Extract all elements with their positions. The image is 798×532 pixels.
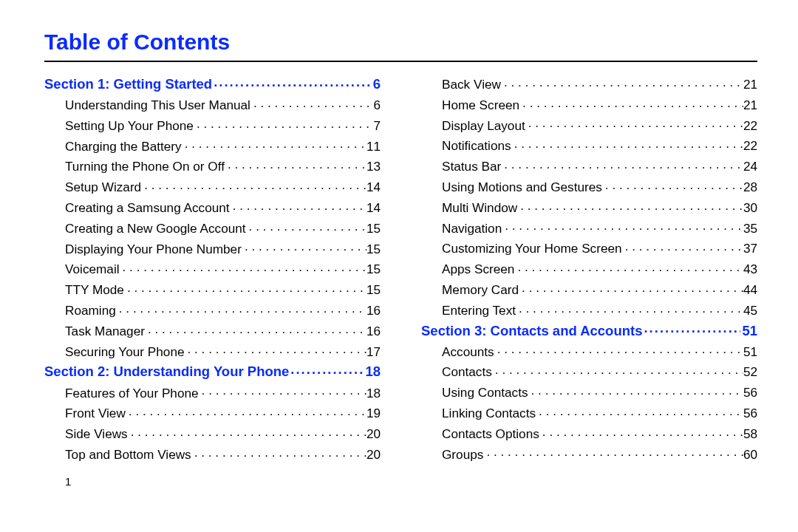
section-label: Section 2: Understanding Your Phone [44, 365, 289, 379]
leader-dots [245, 242, 366, 253]
toc-entry[interactable]: Top and Bottom Views 20 [44, 447, 381, 461]
page-title: Table of Contents [44, 30, 757, 55]
page-number: 21 [743, 78, 757, 91]
toc-column-left: Section 1: Getting Started 6Understandin… [44, 77, 381, 468]
page-number: 15 [366, 222, 381, 235]
toc-entry[interactable]: Setup Wizard 14 [44, 180, 381, 194]
toc-entry[interactable]: Securing Your Phone 17 [44, 344, 381, 358]
page-number: 24 [743, 160, 757, 173]
entry-label: Top and Bottom Views [65, 449, 191, 461]
toc-columns: Section 1: Getting Started 6Understandin… [44, 77, 757, 468]
entry-label: Charging the Battery [65, 140, 182, 153]
entry-label: Display Layout [442, 120, 525, 132]
leader-dots [514, 138, 743, 150]
leader-dots [522, 282, 743, 294]
page-number: 44 [743, 284, 757, 296]
leader-dots [188, 344, 366, 356]
toc-entry[interactable]: Using Contacts 56 [421, 385, 757, 399]
toc-entry[interactable]: Creating a Samsung Account 14 [44, 200, 381, 214]
entry-label: Navigation [442, 222, 502, 235]
toc-entry[interactable]: Groups 60 [421, 447, 757, 461]
leader-dots [497, 344, 743, 356]
toc-entry[interactable]: Creating a New Google Account 15 [44, 221, 381, 235]
entry-label: Turning the Phone On or Off [65, 160, 225, 173]
toc-section-heading[interactable]: Section 1: Getting Started 6 [44, 77, 381, 92]
leader-dots [185, 139, 366, 151]
entry-label: Features of Your Phone [65, 387, 199, 400]
toc-entry[interactable]: Voicemail 15 [44, 262, 381, 276]
entry-label: Groups [442, 449, 483, 461]
page-number: 22 [743, 140, 757, 152]
footer-page-number: 1 [65, 475, 757, 488]
page-number: 7 [373, 120, 381, 132]
toc-entry[interactable]: Apps Screen 43 [421, 262, 757, 276]
toc-entry[interactable]: Entering Text 45 [421, 303, 757, 317]
page-number: 35 [743, 222, 757, 235]
leader-dots [522, 98, 743, 109]
page-number: 11 [366, 140, 381, 153]
leader-dots [528, 118, 743, 130]
toc-entry[interactable]: Setting Up Your Phone 7 [44, 118, 381, 132]
toc-entry[interactable]: Linking Contacts 56 [421, 406, 757, 420]
toc-entry[interactable]: Roaming 16 [44, 303, 381, 317]
toc-entry[interactable]: Using Motions and Gestures 28 [421, 180, 757, 194]
entry-label: Contacts [442, 366, 492, 378]
toc-entry[interactable]: Multi Window 30 [421, 200, 757, 214]
entry-label: Front View [65, 407, 126, 420]
toc-entry[interactable]: Turning the Phone On or Off 13 [44, 159, 381, 173]
leader-dots [486, 447, 743, 459]
page-number: 16 [366, 325, 381, 338]
entry-label: Status Bar [442, 160, 501, 173]
toc-section-heading[interactable]: Section 2: Understanding Your Phone 18 [44, 364, 381, 379]
leader-dots [194, 447, 366, 459]
leader-dots [517, 262, 743, 273]
entry-label: TTY Mode [65, 284, 124, 296]
toc-entry[interactable]: Display Layout 22 [421, 118, 757, 132]
page-number: 18 [366, 387, 381, 400]
toc-entry[interactable]: Memory Card 44 [421, 282, 757, 296]
leader-dots [539, 406, 743, 417]
toc-entry[interactable]: Charging the Battery 11 [44, 139, 381, 153]
leader-dots [214, 77, 372, 89]
toc-entry[interactable]: Navigation 35 [421, 221, 757, 235]
toc-entry[interactable]: Front View 19 [44, 406, 381, 420]
leader-dots [644, 324, 740, 335]
leader-dots [127, 282, 366, 294]
toc-entry[interactable]: Contacts Options 58 [421, 426, 757, 440]
toc-entry[interactable]: Notifications 22 [421, 138, 757, 152]
page-number: 19 [366, 407, 381, 420]
entry-label: Home Screen [442, 99, 519, 112]
section-label: Section 3: Contacts and Accounts [421, 324, 642, 338]
toc-entry[interactable]: Customizing Your Home Screen 37 [421, 241, 757, 255]
leader-dots [144, 180, 366, 191]
leader-dots [119, 303, 366, 315]
leader-dots [519, 303, 743, 315]
page-number: 15 [366, 284, 381, 296]
toc-entry[interactable]: Status Bar 24 [421, 159, 757, 173]
toc-entry[interactable]: Task Manager 16 [44, 324, 381, 338]
toc-entry[interactable]: Displaying Your Phone Number 15 [44, 242, 381, 256]
page-number: 6 [373, 99, 381, 112]
leader-dots [605, 180, 743, 191]
page-number: 28 [743, 181, 757, 194]
leader-dots [531, 385, 743, 397]
toc-entry[interactable]: Features of Your Phone 18 [44, 386, 381, 400]
page-number: 18 [365, 365, 381, 379]
page-number: 17 [366, 346, 381, 358]
toc-entry[interactable]: TTY Mode 15 [44, 282, 381, 296]
leader-dots [520, 200, 743, 212]
entry-label: Memory Card [442, 284, 519, 296]
page-number: 58 [743, 428, 757, 440]
toc-entry[interactable]: Contacts 52 [421, 364, 757, 378]
toc-entry[interactable]: Side Views 20 [44, 426, 381, 440]
toc-section-heading[interactable]: Section 3: Contacts and Accounts 51 [421, 324, 757, 338]
toc-entry[interactable]: Accounts 51 [421, 344, 757, 358]
toc-entry[interactable]: Back View 21 [421, 77, 757, 91]
leader-dots [129, 406, 366, 417]
toc-entry[interactable]: Home Screen 21 [421, 98, 757, 112]
toc-entry[interactable]: Understanding This User Manual 6 [44, 98, 381, 112]
leader-dots [495, 364, 743, 376]
leader-dots [197, 118, 374, 130]
entry-label: Notifications [442, 140, 511, 152]
page-number: 51 [743, 346, 757, 358]
